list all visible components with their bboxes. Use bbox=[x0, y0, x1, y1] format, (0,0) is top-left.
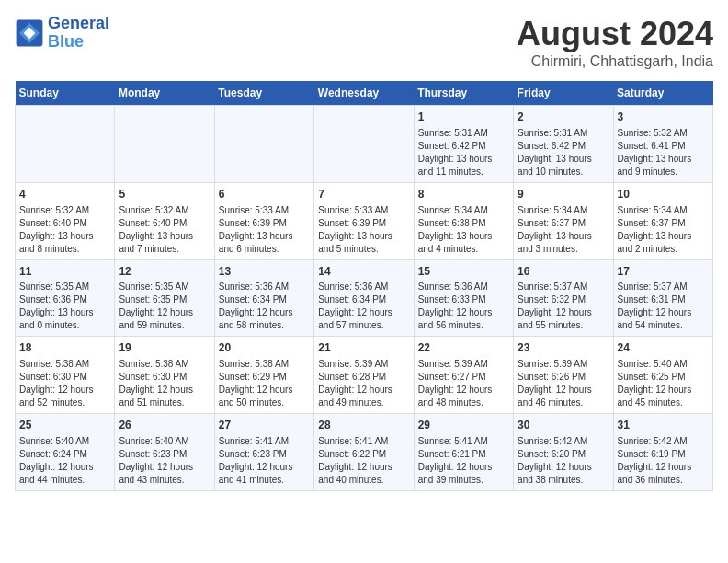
cell-content: Sunrise: 5:42 AM Sunset: 6:20 PM Dayligh… bbox=[518, 435, 609, 487]
day-of-week-header: Saturday bbox=[613, 81, 712, 106]
cell-content: Sunrise: 5:36 AM Sunset: 6:34 PM Dayligh… bbox=[219, 281, 310, 332]
calendar-header-row: SundayMondayTuesdayWednesdayThursdayFrid… bbox=[16, 81, 713, 106]
day-number: 12 bbox=[119, 264, 210, 280]
day-number: 31 bbox=[618, 418, 709, 433]
calendar-cell: 24Sunrise: 5:40 AM Sunset: 6:25 PM Dayli… bbox=[613, 337, 712, 414]
calendar-cell: 1Sunrise: 5:31 AM Sunset: 6:42 PM Daylig… bbox=[414, 106, 513, 183]
day-number: 16 bbox=[518, 264, 609, 280]
day-number: 2 bbox=[518, 109, 609, 125]
calendar-cell: 12Sunrise: 5:35 AM Sunset: 6:35 PM Dayli… bbox=[115, 259, 214, 337]
cell-content: Sunrise: 5:34 AM Sunset: 6:38 PM Dayligh… bbox=[418, 204, 509, 256]
calendar-week-row: 1Sunrise: 5:31 AM Sunset: 6:42 PM Daylig… bbox=[16, 106, 713, 183]
cell-content: Sunrise: 5:39 AM Sunset: 6:28 PM Dayligh… bbox=[318, 358, 409, 409]
calendar-cell: 27Sunrise: 5:41 AM Sunset: 6:23 PM Dayli… bbox=[214, 414, 313, 491]
day-number: 1 bbox=[418, 109, 509, 125]
logo-line2: Blue bbox=[48, 33, 109, 52]
calendar-cell: 10Sunrise: 5:34 AM Sunset: 6:37 PM Dayli… bbox=[613, 182, 712, 259]
day-number: 10 bbox=[618, 187, 709, 202]
logo-icon bbox=[15, 18, 44, 48]
cell-content: Sunrise: 5:31 AM Sunset: 6:42 PM Dayligh… bbox=[518, 127, 609, 178]
calendar-week-row: 4Sunrise: 5:32 AM Sunset: 6:40 PM Daylig… bbox=[16, 182, 713, 259]
cell-content: Sunrise: 5:32 AM Sunset: 6:41 PM Dayligh… bbox=[618, 127, 709, 178]
cell-content: Sunrise: 5:37 AM Sunset: 6:31 PM Dayligh… bbox=[618, 281, 709, 332]
calendar-cell: 4Sunrise: 5:32 AM Sunset: 6:40 PM Daylig… bbox=[16, 182, 115, 259]
day-of-week-header: Wednesday bbox=[314, 81, 414, 106]
calendar-cell: 28Sunrise: 5:41 AM Sunset: 6:22 PM Dayli… bbox=[314, 414, 414, 491]
calendar-week-row: 25Sunrise: 5:40 AM Sunset: 6:24 PM Dayli… bbox=[16, 414, 713, 491]
calendar-cell: 2Sunrise: 5:31 AM Sunset: 6:42 PM Daylig… bbox=[514, 106, 613, 183]
calendar-cell: 3Sunrise: 5:32 AM Sunset: 6:41 PM Daylig… bbox=[613, 106, 712, 183]
day-number: 17 bbox=[618, 264, 709, 280]
day-number: 19 bbox=[119, 340, 210, 356]
calendar-cell: 15Sunrise: 5:36 AM Sunset: 6:33 PM Dayli… bbox=[414, 259, 513, 337]
cell-content: Sunrise: 5:36 AM Sunset: 6:33 PM Dayligh… bbox=[418, 281, 509, 332]
cell-content: Sunrise: 5:33 AM Sunset: 6:39 PM Dayligh… bbox=[219, 204, 310, 256]
day-number: 25 bbox=[19, 418, 110, 433]
day-number: 8 bbox=[418, 187, 509, 202]
day-number: 24 bbox=[618, 340, 709, 356]
calendar-cell: 23Sunrise: 5:39 AM Sunset: 6:26 PM Dayli… bbox=[514, 337, 613, 414]
cell-content: Sunrise: 5:33 AM Sunset: 6:39 PM Dayligh… bbox=[318, 204, 409, 256]
cell-content: Sunrise: 5:36 AM Sunset: 6:34 PM Dayligh… bbox=[318, 281, 409, 332]
calendar-cell: 20Sunrise: 5:38 AM Sunset: 6:29 PM Dayli… bbox=[214, 337, 313, 414]
calendar-cell bbox=[16, 106, 115, 183]
calendar-cell: 7Sunrise: 5:33 AM Sunset: 6:39 PM Daylig… bbox=[314, 182, 414, 259]
calendar-body: 1Sunrise: 5:31 AM Sunset: 6:42 PM Daylig… bbox=[16, 106, 713, 491]
day-number: 9 bbox=[518, 187, 609, 202]
calendar-cell: 9Sunrise: 5:34 AM Sunset: 6:37 PM Daylig… bbox=[514, 182, 613, 259]
calendar-cell: 11Sunrise: 5:35 AM Sunset: 6:36 PM Dayli… bbox=[16, 259, 115, 337]
calendar-week-row: 18Sunrise: 5:38 AM Sunset: 6:30 PM Dayli… bbox=[16, 337, 713, 414]
day-number: 27 bbox=[219, 418, 310, 433]
day-number: 7 bbox=[318, 187, 409, 202]
day-number: 23 bbox=[518, 340, 609, 356]
calendar-week-row: 11Sunrise: 5:35 AM Sunset: 6:36 PM Dayli… bbox=[16, 259, 713, 337]
calendar-cell: 6Sunrise: 5:33 AM Sunset: 6:39 PM Daylig… bbox=[214, 182, 313, 259]
calendar-cell bbox=[314, 106, 414, 183]
day-of-week-header: Monday bbox=[115, 81, 214, 106]
cell-content: Sunrise: 5:41 AM Sunset: 6:21 PM Dayligh… bbox=[418, 435, 509, 487]
calendar-cell: 26Sunrise: 5:40 AM Sunset: 6:23 PM Dayli… bbox=[115, 414, 214, 491]
cell-content: Sunrise: 5:41 AM Sunset: 6:23 PM Dayligh… bbox=[219, 435, 310, 487]
day-number: 3 bbox=[618, 109, 709, 125]
subtitle: Chirmiri, Chhattisgarh, India bbox=[517, 53, 713, 70]
cell-content: Sunrise: 5:32 AM Sunset: 6:40 PM Dayligh… bbox=[19, 204, 110, 256]
day-of-week-header: Tuesday bbox=[214, 81, 313, 106]
cell-content: Sunrise: 5:39 AM Sunset: 6:27 PM Dayligh… bbox=[418, 358, 509, 409]
cell-content: Sunrise: 5:34 AM Sunset: 6:37 PM Dayligh… bbox=[518, 204, 609, 256]
calendar-cell: 19Sunrise: 5:38 AM Sunset: 6:30 PM Dayli… bbox=[115, 337, 214, 414]
title-block: August 2024 Chirmiri, Chhattisgarh, Indi… bbox=[517, 15, 713, 70]
calendar-cell: 31Sunrise: 5:42 AM Sunset: 6:19 PM Dayli… bbox=[613, 414, 712, 491]
day-number: 22 bbox=[418, 340, 509, 356]
day-number: 6 bbox=[219, 187, 310, 202]
cell-content: Sunrise: 5:40 AM Sunset: 6:23 PM Dayligh… bbox=[119, 435, 210, 487]
calendar-cell: 17Sunrise: 5:37 AM Sunset: 6:31 PM Dayli… bbox=[613, 259, 712, 337]
cell-content: Sunrise: 5:41 AM Sunset: 6:22 PM Dayligh… bbox=[318, 435, 409, 487]
calendar-cell bbox=[214, 106, 313, 183]
page-header: General Blue August 2024 Chirmiri, Chhat… bbox=[15, 15, 713, 70]
cell-content: Sunrise: 5:32 AM Sunset: 6:40 PM Dayligh… bbox=[119, 204, 210, 256]
cell-content: Sunrise: 5:31 AM Sunset: 6:42 PM Dayligh… bbox=[418, 127, 509, 178]
calendar-cell: 25Sunrise: 5:40 AM Sunset: 6:24 PM Dayli… bbox=[16, 414, 115, 491]
day-number: 15 bbox=[418, 264, 509, 280]
cell-content: Sunrise: 5:40 AM Sunset: 6:24 PM Dayligh… bbox=[19, 435, 110, 487]
calendar-cell: 16Sunrise: 5:37 AM Sunset: 6:32 PM Dayli… bbox=[514, 259, 613, 337]
cell-content: Sunrise: 5:40 AM Sunset: 6:25 PM Dayligh… bbox=[618, 358, 709, 409]
cell-content: Sunrise: 5:38 AM Sunset: 6:29 PM Dayligh… bbox=[219, 358, 310, 409]
calendar-cell bbox=[115, 106, 214, 183]
calendar-cell: 18Sunrise: 5:38 AM Sunset: 6:30 PM Dayli… bbox=[16, 337, 115, 414]
cell-content: Sunrise: 5:35 AM Sunset: 6:35 PM Dayligh… bbox=[119, 281, 210, 332]
cell-content: Sunrise: 5:34 AM Sunset: 6:37 PM Dayligh… bbox=[618, 204, 709, 256]
cell-content: Sunrise: 5:37 AM Sunset: 6:32 PM Dayligh… bbox=[518, 281, 609, 332]
day-number: 18 bbox=[19, 340, 110, 356]
cell-content: Sunrise: 5:39 AM Sunset: 6:26 PM Dayligh… bbox=[518, 358, 609, 409]
day-number: 21 bbox=[318, 340, 409, 356]
day-number: 13 bbox=[219, 264, 310, 280]
calendar-cell: 30Sunrise: 5:42 AM Sunset: 6:20 PM Dayli… bbox=[514, 414, 613, 491]
calendar-cell: 21Sunrise: 5:39 AM Sunset: 6:28 PM Dayli… bbox=[314, 337, 414, 414]
day-number: 29 bbox=[418, 418, 509, 433]
day-of-week-header: Thursday bbox=[414, 81, 513, 106]
day-number: 30 bbox=[518, 418, 609, 433]
day-number: 11 bbox=[19, 264, 110, 280]
calendar-cell: 8Sunrise: 5:34 AM Sunset: 6:38 PM Daylig… bbox=[414, 182, 513, 259]
day-number: 28 bbox=[318, 418, 409, 433]
